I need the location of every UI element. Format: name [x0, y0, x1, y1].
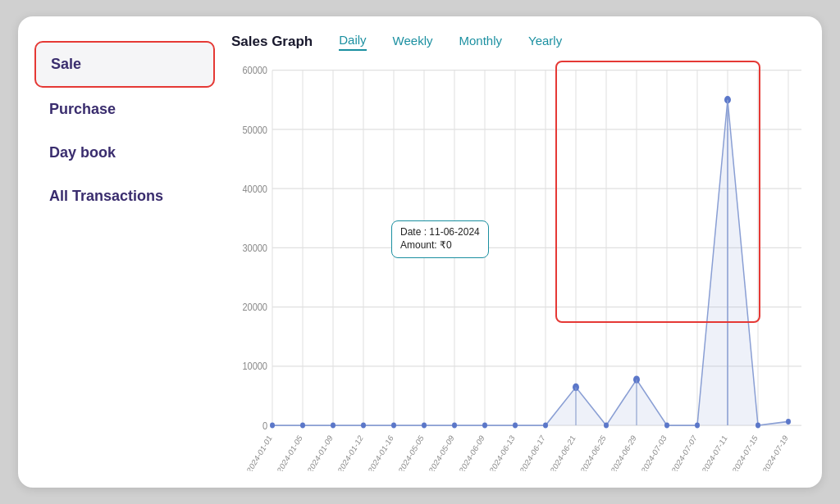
- svg-text:20000: 20000: [242, 301, 267, 313]
- sidebar-item-all-transactions[interactable]: All Transactions: [34, 175, 215, 218]
- svg-text:10000: 10000: [242, 361, 267, 373]
- chart-title: Sales Graph: [231, 34, 313, 50]
- svg-point-44: [604, 423, 609, 429]
- svg-text:0: 0: [262, 420, 267, 432]
- svg-text:2024-07-11: 2024-07-11: [701, 434, 729, 471]
- svg-point-34: [300, 423, 305, 429]
- svg-point-47: [695, 423, 700, 429]
- chart-wrapper: .grid-line { stroke: #e0e0e0; stroke-wid…: [231, 61, 806, 471]
- svg-point-41: [513, 423, 518, 429]
- svg-text:30000: 30000: [242, 242, 267, 254]
- tab-weekly[interactable]: Weekly: [393, 34, 433, 50]
- svg-text:2024-06-21: 2024-06-21: [549, 434, 578, 471]
- svg-point-49: [756, 423, 760, 429]
- svg-point-35: [331, 423, 336, 429]
- svg-text:50000: 50000: [242, 124, 267, 136]
- chart-area: Sales Graph Daily Weekly Monthly Yearly …: [231, 33, 806, 471]
- tab-monthly[interactable]: Monthly: [459, 34, 502, 50]
- svg-point-42: [543, 423, 548, 429]
- chart-header: Sales Graph Daily Weekly Monthly Yearly: [231, 33, 806, 54]
- svg-text:2024-01-05: 2024-01-05: [276, 433, 304, 471]
- tab-yearly[interactable]: Yearly: [528, 34, 562, 50]
- svg-point-50: [786, 419, 791, 425]
- svg-text:2024-01-01: 2024-01-01: [245, 434, 274, 471]
- svg-text:2024-07-07: 2024-07-07: [670, 434, 699, 471]
- svg-text:2024-07-15: 2024-07-15: [731, 433, 760, 471]
- tab-daily[interactable]: Daily: [339, 33, 366, 51]
- svg-text:2024-05-09: 2024-05-09: [427, 434, 456, 471]
- svg-point-36: [361, 423, 366, 429]
- sidebar-item-daybook[interactable]: Day book: [34, 131, 215, 175]
- svg-text:2024-07-03: 2024-07-03: [640, 434, 669, 471]
- svg-point-33: [270, 423, 275, 429]
- svg-text:2024-01-16: 2024-01-16: [367, 434, 395, 471]
- svg-point-39: [452, 423, 457, 429]
- svg-text:2024-01-09: 2024-01-09: [306, 434, 335, 471]
- svg-text:2024-05-05: 2024-05-05: [397, 433, 426, 471]
- svg-text:2024-06-09: 2024-06-09: [458, 434, 486, 471]
- sidebar: Sale Purchase Day book All Transactions: [34, 33, 215, 471]
- main-card: Sale Purchase Day book All Transactions …: [18, 16, 822, 488]
- svg-point-46: [664, 423, 669, 429]
- sidebar-item-purchase[interactable]: Purchase: [34, 88, 215, 131]
- svg-point-40: [482, 423, 487, 429]
- svg-text:2024-06-25: 2024-06-25: [579, 433, 608, 471]
- svg-marker-32: [272, 100, 788, 425]
- svg-point-38: [422, 423, 427, 429]
- sales-chart: .grid-line { stroke: #e0e0e0; stroke-wid…: [231, 61, 806, 471]
- svg-point-37: [391, 423, 396, 429]
- svg-text:2024-06-29: 2024-06-29: [609, 434, 638, 471]
- svg-text:40000: 40000: [242, 183, 267, 195]
- sidebar-item-sale[interactable]: Sale: [34, 41, 215, 88]
- svg-text:2024-06-13: 2024-06-13: [488, 434, 517, 471]
- svg-text:2024-06-17: 2024-06-17: [518, 434, 547, 471]
- svg-text:60000: 60000: [242, 65, 267, 77]
- svg-text:2024-07-19: 2024-07-19: [761, 434, 790, 471]
- svg-text:2024-01-12: 2024-01-12: [336, 434, 365, 471]
